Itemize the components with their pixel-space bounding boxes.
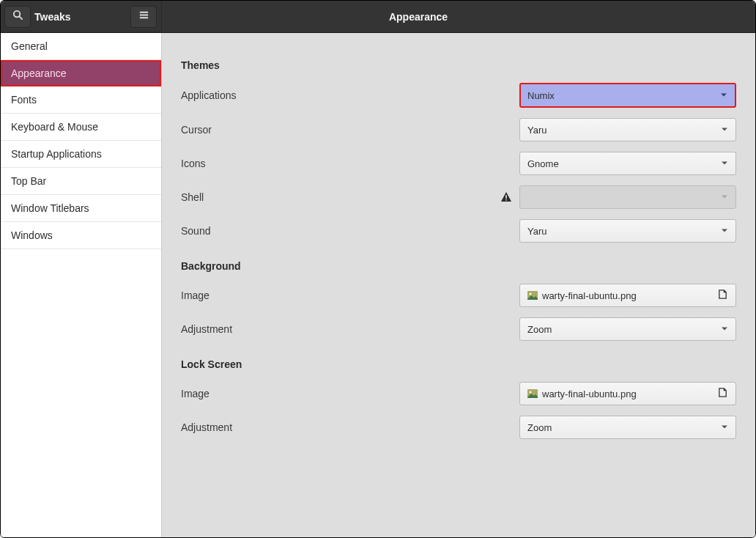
svg-point-14 (530, 391, 532, 394)
label-applications: Applications (181, 89, 519, 101)
combo-icons[interactable]: Gnome (519, 152, 736, 175)
search-button[interactable] (4, 6, 31, 28)
sidebar-item-keyboard-mouse[interactable]: Keyboard & Mouse (1, 114, 161, 141)
sidebar-item-label: Appearance (11, 67, 67, 79)
svg-rect-9 (505, 195, 507, 199)
sidebar-title: Tweaks (34, 11, 127, 23)
chevron-down-icon (721, 226, 728, 237)
combo-value: Yaru (527, 125, 547, 136)
sidebar-item-label: Top Bar (11, 175, 46, 187)
headerbar-left: Tweaks (1, 1, 162, 32)
sidebar-item-top-bar[interactable]: Top Bar (1, 168, 161, 195)
svg-line-1 (19, 16, 22, 19)
sidebar-item-appearance[interactable]: Appearance (1, 60, 161, 86)
chevron-down-icon (721, 324, 728, 335)
svg-rect-10 (505, 199, 507, 201)
headerbar: Tweaks Appearance (1, 1, 755, 33)
content: Themes Applications Numix Cursor Yaru Ic… (162, 33, 755, 537)
open-file-icon (717, 289, 728, 302)
combo-cursor[interactable]: Yaru (519, 118, 736, 141)
warning-icon (500, 191, 512, 203)
row-shell: Shell (181, 185, 736, 209)
file-name: warty-final-ubuntu.png (542, 388, 637, 399)
combo-value: Zoom (527, 324, 552, 335)
sidebar-item-label: Startup Applications (11, 148, 102, 160)
label-icons: Icons (181, 158, 519, 169)
row-applications: Applications Numix (181, 83, 736, 108)
chevron-down-icon (721, 125, 728, 136)
section-heading-background: Background (181, 260, 736, 272)
chevron-down-icon (720, 90, 727, 101)
chevron-down-icon (721, 192, 728, 203)
sidebar: General Appearance Fonts Keyboard & Mous… (1, 33, 162, 537)
combo-applications[interactable]: Numix (519, 83, 736, 108)
row-icons: Icons Gnome (181, 152, 736, 175)
chevron-down-icon (721, 422, 728, 433)
sidebar-item-general[interactable]: General (1, 33, 161, 60)
combo-value: Yaru (527, 226, 547, 237)
filechooser-ls-image[interactable]: warty-final-ubuntu.png (519, 382, 736, 405)
image-file-icon (527, 290, 538, 301)
combo-sound[interactable]: Yaru (519, 219, 736, 243)
file-name: warty-final-ubuntu.png (542, 290, 637, 301)
chevron-down-icon (721, 158, 728, 169)
image-file-icon (527, 388, 538, 399)
section-heading-lockscreen: Lock Screen (181, 358, 736, 370)
hamburger-icon (138, 10, 149, 23)
svg-point-12 (530, 293, 532, 295)
label-bg-adjustment: Adjustment (181, 323, 519, 335)
minimize-button[interactable] (685, 10, 698, 23)
hamburger-menu-button[interactable] (130, 6, 157, 28)
sidebar-item-windows[interactable]: Windows (1, 222, 161, 249)
sidebar-item-label: Window Titlebars (11, 202, 89, 214)
combo-value: Gnome (527, 158, 559, 169)
page-title: Appearance (162, 11, 675, 23)
label-ls-image: Image (181, 388, 519, 399)
combo-value: Zoom (527, 422, 552, 433)
sidebar-item-label: Windows (11, 229, 53, 241)
combo-shell (519, 185, 736, 209)
svg-point-0 (13, 11, 19, 17)
close-button[interactable] (732, 10, 745, 23)
sidebar-item-label: General (11, 40, 48, 52)
headerbar-right: Appearance (162, 1, 755, 32)
main: General Appearance Fonts Keyboard & Mous… (1, 33, 755, 537)
filechooser-bg-image[interactable]: warty-final-ubuntu.png (519, 284, 736, 307)
sidebar-item-label: Fonts (11, 94, 37, 106)
row-cursor: Cursor Yaru (181, 118, 736, 141)
row-bg-adjustment: Adjustment Zoom (181, 317, 736, 341)
sidebar-item-window-titlebars[interactable]: Window Titlebars (1, 195, 161, 222)
sidebar-item-fonts[interactable]: Fonts (1, 86, 161, 114)
section-heading-themes: Themes (181, 59, 736, 71)
row-bg-image: Image warty-final-ubuntu.png (181, 284, 736, 307)
label-cursor: Cursor (181, 124, 519, 136)
sidebar-item-startup-applications[interactable]: Startup Applications (1, 141, 161, 168)
combo-value: Numix (527, 90, 555, 101)
sidebar-item-label: Keyboard & Mouse (11, 121, 98, 133)
open-file-icon (717, 387, 728, 400)
maximize-button[interactable] (708, 10, 722, 23)
row-sound: Sound Yaru (181, 219, 736, 243)
label-sound: Sound (181, 225, 519, 237)
label-ls-adjustment: Adjustment (181, 421, 519, 433)
label-bg-image: Image (181, 290, 519, 301)
row-ls-image: Image warty-final-ubuntu.png (181, 382, 736, 405)
label-shell: Shell (181, 191, 500, 203)
row-ls-adjustment: Adjustment Zoom (181, 416, 736, 439)
window-controls (675, 10, 755, 23)
combo-ls-adjustment[interactable]: Zoom (519, 416, 736, 439)
search-icon (12, 10, 23, 23)
combo-bg-adjustment[interactable]: Zoom (519, 317, 736, 341)
